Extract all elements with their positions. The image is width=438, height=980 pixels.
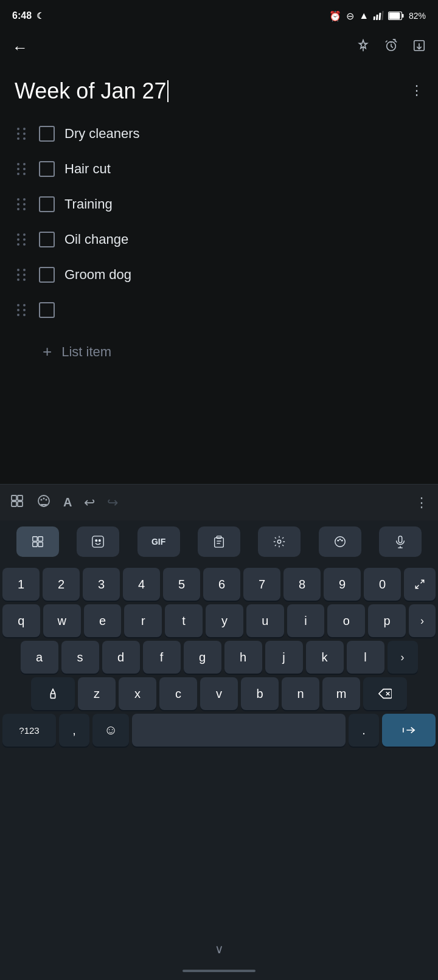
key-g[interactable]: g <box>184 641 221 674</box>
key-6[interactable]: 6 <box>203 568 240 601</box>
keyboard-layout-btn[interactable] <box>16 526 59 557</box>
key-1[interactable]: 1 <box>2 568 40 601</box>
key-f[interactable]: f <box>143 641 181 674</box>
a-row: a s d f g h j k l › <box>2 641 436 674</box>
key-j[interactable]: j <box>265 641 303 674</box>
key-5[interactable]: 5 <box>163 568 200 601</box>
status-left: 6:48 ☾ <box>12 10 44 21</box>
note-title[interactable]: Week of Jan 27 <box>15 78 169 104</box>
item-text-1: Dry cleaners <box>64 126 139 142</box>
drag-handle[interactable] <box>15 160 29 178</box>
drag-handle[interactable] <box>15 231 29 248</box>
add-element-icon[interactable] <box>10 494 24 512</box>
key-arrow-right-2[interactable]: › <box>388 641 418 674</box>
checkbox-4[interactable] <box>39 232 55 247</box>
key-a[interactable]: a <box>21 641 58 674</box>
settings-btn[interactable] <box>258 526 301 557</box>
chevron-down-area[interactable]: ∨ <box>0 940 438 958</box>
key-l[interactable]: l <box>347 641 384 674</box>
comma-key[interactable]: , <box>59 714 89 747</box>
keyboard-tools-row: GIF <box>0 520 438 563</box>
checkbox-3[interactable] <box>39 196 55 212</box>
back-button[interactable]: ← <box>12 38 28 57</box>
item-text-5: Groom dog <box>64 267 131 283</box>
svg-rect-23 <box>32 542 36 547</box>
checkbox-2[interactable] <box>39 161 55 177</box>
key-t[interactable]: t <box>165 604 203 637</box>
key-z[interactable]: z <box>78 677 116 710</box>
checkbox-1[interactable] <box>39 126 55 142</box>
key-9[interactable]: 9 <box>324 568 361 601</box>
svg-point-26 <box>96 540 97 542</box>
key-arrow-right[interactable]: › <box>409 604 436 637</box>
key-p[interactable]: p <box>368 604 406 637</box>
emoji-sticker-btn[interactable] <box>77 526 119 557</box>
backspace-key[interactable] <box>363 677 407 710</box>
pin-icon[interactable] <box>356 39 370 56</box>
key-7[interactable]: 7 <box>243 568 280 601</box>
emoji-key[interactable]: ☺ <box>92 714 129 747</box>
key-v[interactable]: v <box>200 677 238 710</box>
add-list-item[interactable]: + List item <box>28 334 438 370</box>
svg-rect-14 <box>18 495 23 500</box>
shift-key[interactable] <box>31 677 75 710</box>
key-i[interactable]: i <box>287 604 325 637</box>
alarm-icon: ⏰ <box>329 10 341 22</box>
key-3[interactable]: 3 <box>83 568 120 601</box>
key-8[interactable]: 8 <box>283 568 321 601</box>
battery-icon <box>388 12 404 20</box>
more-options-icon[interactable]: ⋮ <box>410 78 423 98</box>
battery-percent: 82% <box>409 11 426 21</box>
clipboard-btn[interactable] <box>198 526 240 557</box>
key-y[interactable]: y <box>206 604 243 637</box>
key-w[interactable]: w <box>43 604 81 637</box>
checkbox-6[interactable] <box>39 302 55 318</box>
text-format-icon[interactable]: A <box>63 495 72 509</box>
key-4[interactable]: 4 <box>123 568 160 601</box>
key-k[interactable]: k <box>306 641 344 674</box>
home-indicator-area <box>0 962 438 980</box>
key-c[interactable]: c <box>159 677 197 710</box>
svg-rect-1 <box>376 15 378 20</box>
more-format-icon[interactable]: ⋮ <box>415 495 428 511</box>
key-n[interactable]: n <box>282 677 319 710</box>
space-key[interactable] <box>132 714 346 747</box>
checkbox-5[interactable] <box>39 267 55 283</box>
key-o[interactable]: o <box>327 604 365 637</box>
drag-handle[interactable] <box>15 266 29 283</box>
expand-key[interactable] <box>404 568 436 601</box>
key-e[interactable]: e <box>84 604 122 637</box>
key-q[interactable]: q <box>2 604 40 637</box>
save-icon[interactable] <box>412 39 426 56</box>
svg-rect-5 <box>402 14 404 18</box>
key-m[interactable]: m <box>322 677 360 710</box>
drag-handle[interactable] <box>15 196 29 213</box>
gif-btn[interactable]: GIF <box>137 526 180 557</box>
key-2[interactable]: 2 <box>43 568 80 601</box>
add-item-label: List item <box>61 344 111 360</box>
svg-rect-25 <box>92 536 103 547</box>
key-h[interactable]: h <box>224 641 262 674</box>
list-item: Groom dog <box>0 257 438 292</box>
key-0[interactable]: 0 <box>364 568 401 601</box>
enter-key[interactable] <box>382 714 436 747</box>
svg-rect-15 <box>12 502 16 506</box>
z-row: z x c v b n m <box>2 677 436 710</box>
key-x[interactable]: x <box>119 677 156 710</box>
drag-handle[interactable] <box>15 125 29 142</box>
symbol-key[interactable]: ?123 <box>2 714 56 747</box>
key-b[interactable]: b <box>241 677 279 710</box>
key-r[interactable]: r <box>124 604 162 637</box>
period-key[interactable]: . <box>349 714 379 747</box>
drag-handle[interactable] <box>15 302 29 319</box>
key-d[interactable]: d <box>102 641 140 674</box>
color-palette-btn[interactable] <box>319 526 361 557</box>
redo-icon[interactable]: ↪ <box>107 495 118 511</box>
key-s[interactable]: s <box>61 641 99 674</box>
key-u[interactable]: u <box>246 604 284 637</box>
palette-icon[interactable] <box>36 494 51 512</box>
svg-point-33 <box>335 537 346 547</box>
alarm-add-icon[interactable] <box>384 39 398 56</box>
voice-input-btn[interactable] <box>379 526 422 557</box>
undo-icon[interactable]: ↩ <box>84 495 95 511</box>
